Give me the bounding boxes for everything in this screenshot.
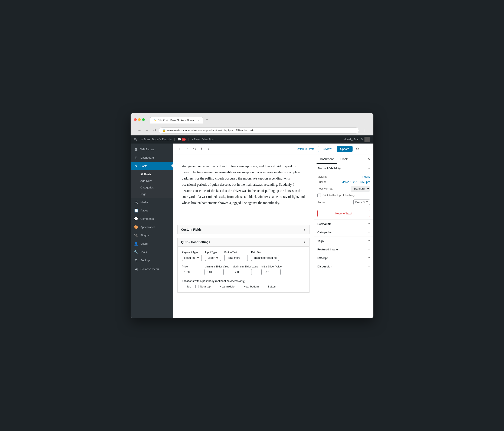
tab-favicon-icon: ✏️ <box>153 119 156 121</box>
status-visibility-header[interactable]: Status & Visibility ∧ <box>314 164 373 172</box>
sidebar-item-plugins[interactable]: 🔌 Plugins <box>131 231 173 240</box>
payment-type-group: Payment Type Required <box>182 251 202 261</box>
admin-bar-comments[interactable]: 💬 0 <box>178 138 186 141</box>
location-near-top-label: Near top <box>200 285 211 288</box>
author-select[interactable]: Bram S <box>353 199 370 205</box>
tags-title: Tags <box>317 239 324 242</box>
quid-settings-toggle-icon: ▲ <box>303 240 306 244</box>
more-options-button[interactable]: ⋮ <box>362 145 370 153</box>
location-near-middle-checkbox[interactable] <box>215 285 218 288</box>
input-type-select[interactable]: Slider <box>205 255 221 261</box>
categories-header[interactable]: Categories ∨ <box>314 228 373 237</box>
traffic-light-yellow[interactable] <box>138 118 141 121</box>
featured-image-header[interactable]: Featured Image ∨ <box>314 245 373 254</box>
panel-close-button[interactable]: ✕ <box>368 157 371 162</box>
max-slider-input[interactable] <box>233 269 252 275</box>
payment-type-select[interactable]: Required <box>182 255 202 261</box>
initial-slider-group: Initial Slider Value <box>261 265 282 275</box>
sidebar-item-users[interactable]: 👤 Users <box>131 240 173 248</box>
traffic-light-red[interactable] <box>134 118 137 121</box>
redo-button[interactable]: ↪ <box>191 146 198 152</box>
admin-bar-new[interactable]: + New <box>192 138 200 141</box>
tab-block[interactable]: Block <box>337 155 351 164</box>
admin-bar-view-post[interactable]: View Post <box>202 138 215 141</box>
sidebar-item-comments[interactable]: 💬 Comments <box>131 215 173 223</box>
location-top-checkbox[interactable] <box>182 285 185 288</box>
min-slider-input[interactable] <box>205 269 224 275</box>
tags-header[interactable]: Tags ∨ <box>314 237 373 245</box>
sidebar-item-settings[interactable]: ⚙ Settings <box>131 256 173 264</box>
switch-to-draft-button[interactable]: Switch to Draft <box>293 146 316 152</box>
nav-refresh-button[interactable]: ↺ <box>152 128 157 133</box>
browser-tab-active[interactable]: ✏️ Edit Post ‹ Bram Stoker's Dracu... ✕ <box>150 117 203 124</box>
admin-bar-site[interactable]: ⌂ Bram Stoker's Dracula <box>141 138 172 141</box>
move-to-trash-button[interactable]: Move to Trash <box>317 210 370 217</box>
post-format-select[interactable]: Standard <box>351 186 370 191</box>
info-button[interactable]: ℹ <box>199 146 204 152</box>
sidebar-item-categories[interactable]: Categories <box>131 184 173 191</box>
excerpt-section: Excerpt ∨ <box>314 254 373 262</box>
comments-icon: 💬 <box>178 138 181 141</box>
locations-section: Locations within post body (optional pay… <box>182 279 305 288</box>
sidebar-label-tools: Tools <box>140 251 147 254</box>
paid-text-input[interactable] <box>251 255 279 261</box>
sidebar-item-wpengine[interactable]: ⊞ WP Engine <box>131 145 173 153</box>
address-bar[interactable]: 🔒 www.read-dracula-online.com/wp-admin/p… <box>159 127 359 134</box>
visibility-value[interactable]: Public <box>363 175 370 178</box>
tab-close-icon[interactable]: ✕ <box>198 119 200 122</box>
location-bottom-checkbox[interactable] <box>263 285 266 288</box>
wp-logo-icon[interactable]: W <box>134 137 138 142</box>
custom-fields-header[interactable]: Custom Fields ▼ <box>178 225 309 234</box>
location-near-middle-label: Near middle <box>220 285 234 288</box>
block-navigator-button[interactable]: ≡ <box>206 146 211 152</box>
sidebar-item-media[interactable]: 🖼 Media <box>131 198 173 206</box>
sidebar-item-tags[interactable]: Tags <box>131 191 173 198</box>
wpengine-icon: ⊞ <box>134 147 138 151</box>
undo-button[interactable]: ↩ <box>184 146 190 152</box>
sidebar-label-posts: Posts <box>140 164 147 168</box>
discussion-chevron: ∨ <box>368 265 370 268</box>
location-near-top-checkbox[interactable] <box>195 285 199 288</box>
quid-settings-body: Payment Type Required Input Type Sl <box>178 247 309 292</box>
tab-document[interactable]: Document <box>316 155 337 164</box>
preview-button[interactable]: Preview <box>318 146 335 152</box>
post-format-row: Post Format Standard <box>317 186 370 191</box>
sidebar-item-dashboard[interactable]: ⊟ Dashboard <box>131 153 173 162</box>
input-type-label: Input Type <box>205 251 221 254</box>
nav-back-button[interactable]: ← <box>136 128 143 133</box>
location-near-bottom-checkbox[interactable] <box>239 285 242 288</box>
update-button[interactable]: Update <box>337 146 352 152</box>
post-text-block[interactable]: strange and uncanny that a dreadful fear… <box>182 163 305 206</box>
quid-settings-header[interactable]: QUID - Post Settings ▲ <box>178 238 309 247</box>
location-top-label: Top <box>187 285 191 288</box>
initial-slider-input[interactable] <box>261 269 280 275</box>
collapse-menu-button[interactable]: ◀ Collapse menu <box>131 264 173 274</box>
sidebar-item-posts[interactable]: ✎ Posts <box>131 162 173 170</box>
browser-menu-icon[interactable]: ⋮ <box>361 127 368 133</box>
min-slider-group: Minimum Slider Value <box>205 265 229 275</box>
author-row: Author Bram S <box>317 199 370 205</box>
new-tab-button[interactable]: + <box>203 116 211 124</box>
location-near-middle: Near middle <box>215 285 234 288</box>
sidebar-item-tools[interactable]: 🔧 Tools <box>131 248 173 256</box>
publish-date[interactable]: March 1, 2019 8:56 pm <box>342 180 370 184</box>
settings-toggle-button[interactable]: ⚙ <box>354 146 361 152</box>
permalink-header[interactable]: Permalink ∨ <box>314 220 373 228</box>
excerpt-header[interactable]: Excerpt ∨ <box>314 254 373 262</box>
discussion-header[interactable]: Discussion ∨ <box>314 262 373 271</box>
sidebar-item-all-posts[interactable]: All Posts <box>131 171 173 178</box>
comments-count-badge: 0 <box>182 138 186 141</box>
sticky-label: Stick to the top of the blog <box>323 194 354 197</box>
sidebar-item-add-new[interactable]: Add New <box>131 178 173 184</box>
sticky-checkbox[interactable] <box>317 194 321 197</box>
categories-section: Categories ∨ <box>314 228 373 237</box>
add-block-button[interactable]: + <box>177 146 182 152</box>
editor-panel[interactable]: strange and uncanny that a dreadful fear… <box>173 155 314 318</box>
status-visibility-section: Status & Visibility ∧ Visibility Public … <box>314 164 373 220</box>
sidebar-item-pages[interactable]: 📄 Pages <box>131 206 173 215</box>
nav-forward-button[interactable]: → <box>144 128 150 133</box>
button-text-input[interactable] <box>224 255 248 261</box>
price-input[interactable] <box>182 269 201 275</box>
traffic-light-green[interactable] <box>142 118 145 121</box>
sidebar-item-appearance[interactable]: 🎨 Appearance <box>131 223 173 231</box>
